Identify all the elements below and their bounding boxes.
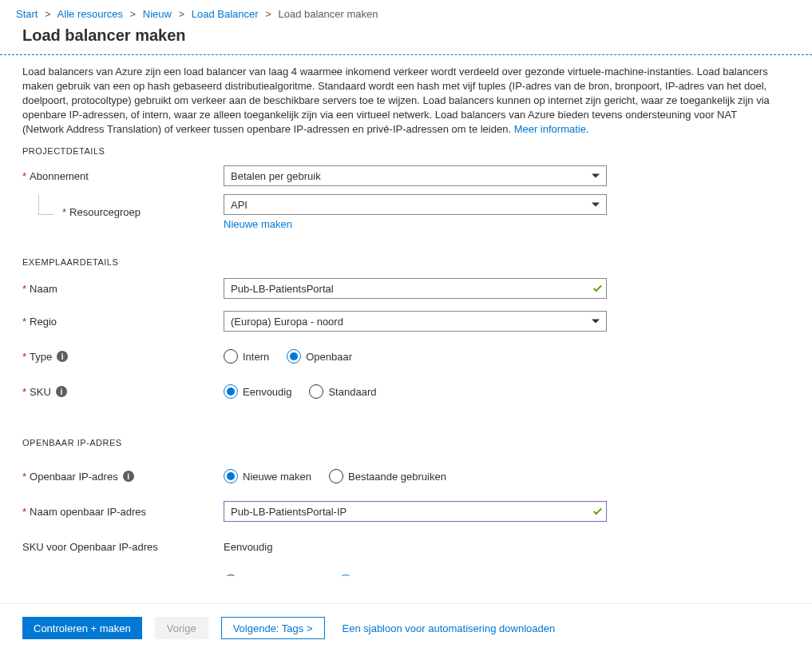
- create-new-rg-link[interactable]: Nieuwe maken: [224, 218, 292, 230]
- required-icon: *: [22, 576, 26, 577]
- radio-label: Standaard: [328, 386, 376, 398]
- region-select[interactable]: (Europa) Europa - noord: [224, 311, 607, 332]
- ipname-label: * Naam openbaar IP-adres: [22, 506, 224, 518]
- checkmark-icon: [593, 284, 602, 292]
- required-icon: *: [22, 506, 26, 518]
- name-input[interactable]: Pub-LB-PatientsPortal: [224, 278, 607, 299]
- ipname-input[interactable]: Pub-LB-PatientsPortal-IP: [224, 501, 607, 522]
- assignment-label: * Toewijzing: [22, 576, 224, 577]
- breadcrumb: Start > Alle resources > Nieuw > Load Ba…: [0, 0, 812, 23]
- type-label: * Type i: [22, 351, 224, 363]
- info-icon[interactable]: i: [56, 386, 67, 397]
- assignment-radio-group: Dynamic-peering Statisch: [224, 574, 607, 576]
- radio-sku-eenvoudig[interactable]: Eenvoudig: [224, 384, 291, 399]
- subscription-select[interactable]: Betalen per gebruik: [224, 165, 607, 186]
- info-icon[interactable]: i: [123, 471, 134, 482]
- radio-type-intern[interactable]: Intern: [224, 349, 269, 364]
- resourcegroup-label: * Resourcegroep: [22, 206, 224, 218]
- chevron-right-icon: >: [45, 8, 51, 20]
- previous-button: Vorige: [155, 617, 208, 639]
- chevron-down-icon: [592, 174, 600, 178]
- next-tags-button[interactable]: Volgende: Tags >: [221, 617, 325, 639]
- chevron-down-icon: [592, 203, 600, 207]
- review-create-button[interactable]: Controleren + maken: [22, 617, 142, 639]
- name-value: Pub-LB-PatientsPortal: [231, 283, 334, 295]
- breadcrumb-all-resources[interactable]: Alle resources: [57, 8, 123, 20]
- name-label: * Naam: [22, 283, 224, 295]
- publicip-label: * Openbaar IP-adres i: [22, 471, 224, 483]
- required-icon: *: [22, 386, 26, 398]
- description-text: Load balancers van Azure zijn een load b…: [22, 65, 781, 137]
- required-icon: *: [62, 206, 66, 218]
- section-header-project: PROJECTDETAILS: [22, 146, 790, 156]
- required-icon: *: [22, 283, 26, 295]
- ipsku-label: SKU voor Openbaar IP-adres: [22, 541, 224, 553]
- radio-label: Openbaar: [306, 351, 352, 363]
- radio-circle: [329, 469, 343, 483]
- publicip-radio-group: Nieuwe maken Bestaande gebruiken: [224, 469, 607, 483]
- chevron-right-icon: >: [265, 8, 271, 20]
- resourcegroup-select[interactable]: API: [224, 194, 607, 215]
- region-value: (Europa) Europa - noord: [231, 316, 343, 328]
- radio-assignment-static[interactable]: Statisch: [339, 574, 394, 576]
- chevron-right-icon: >: [130, 8, 137, 20]
- divider: [0, 54, 812, 55]
- page-title: Load balancer maken: [0, 23, 812, 54]
- subscription-value: Betalen per gebruik: [231, 170, 321, 182]
- breadcrumb-current: Load balancer maken: [278, 8, 378, 20]
- info-icon[interactable]: i: [57, 351, 68, 362]
- radio-label: Bestaande gebruiken: [348, 471, 446, 483]
- radio-circle: [309, 384, 323, 399]
- ipname-value: Pub-LB-PatientsPortal-IP: [231, 506, 347, 518]
- resourcegroup-value: API: [231, 199, 248, 211]
- required-icon: *: [22, 471, 26, 483]
- section-header-instance: EXEMPLAARDETAILS: [22, 257, 790, 267]
- radio-circle: [224, 349, 238, 364]
- breadcrumb-new[interactable]: Nieuw: [143, 8, 172, 20]
- section-header-publicip: OPENBAAR IP-ADRES: [22, 438, 790, 447]
- radio-label: Nieuwe maken: [243, 471, 311, 483]
- sku-label: * SKU i: [22, 386, 224, 398]
- required-icon: *: [22, 351, 26, 363]
- breadcrumb-start[interactable]: Start: [16, 8, 38, 20]
- chevron-down-icon: [592, 320, 600, 324]
- radio-circle: [287, 349, 301, 364]
- chevron-right-icon: >: [179, 8, 185, 20]
- sku-radio-group: Eenvoudig Standaard: [224, 384, 607, 399]
- radio-circle: [339, 574, 353, 576]
- radio-circle: [224, 574, 238, 576]
- radio-label: Statisch: [358, 576, 394, 577]
- radio-circle: [224, 469, 238, 483]
- breadcrumb-load-balancer[interactable]: Load Balancer: [192, 8, 259, 20]
- subscription-label: * Abonnement: [22, 170, 224, 182]
- radio-assignment-dynamic[interactable]: Dynamic-peering: [224, 574, 321, 576]
- more-info-link[interactable]: Meer informatie.: [514, 123, 589, 135]
- description-body: Load balancers van Azure zijn een load b…: [22, 66, 770, 135]
- radio-label: Eenvoudig: [243, 386, 291, 398]
- radio-sku-standaard[interactable]: Standaard: [309, 384, 376, 399]
- footer: Controleren + maken Vorige Volgende: Tag…: [0, 603, 812, 652]
- radio-label: Intern: [243, 351, 269, 363]
- type-radio-group: Intern Openbaar: [224, 349, 607, 364]
- radio-circle: [224, 384, 238, 399]
- required-icon: *: [22, 170, 26, 182]
- region-label: * Regio: [22, 316, 224, 328]
- ipsku-value: Eenvoudig: [224, 541, 272, 553]
- radio-label: Dynamic-peering: [243, 576, 321, 577]
- radio-type-openbaar[interactable]: Openbaar: [287, 349, 352, 364]
- required-icon: *: [22, 316, 26, 328]
- radio-ip-existing[interactable]: Bestaande gebruiken: [329, 469, 446, 483]
- radio-ip-new[interactable]: Nieuwe maken: [224, 469, 311, 483]
- checkmark-icon: [593, 507, 602, 515]
- download-template-link[interactable]: Een sjabloon voor automatisering downloa…: [343, 622, 556, 634]
